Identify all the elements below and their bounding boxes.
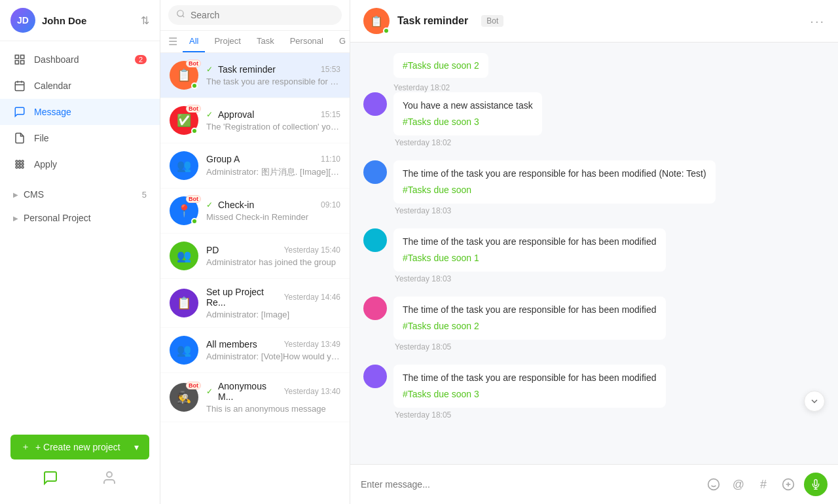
message-avatar xyxy=(363,365,387,388)
chat-search xyxy=(160,0,350,31)
sidebar-item-file[interactable]: File xyxy=(0,125,160,151)
chat-list: ☰ All Project Task Personal G 📋 Bot ✓Tas… xyxy=(160,0,350,504)
chat-preview: Missed Check-in Reminder xyxy=(206,212,340,222)
chat-header-row: ✓Approval 15:15 xyxy=(206,109,340,120)
message-time: Yesterday 18:05 xyxy=(393,342,666,351)
search-icon xyxy=(176,9,185,21)
chat-name: PD xyxy=(206,245,219,255)
chat-time: 15:15 xyxy=(321,110,340,119)
mention-icon[interactable]: @ xyxy=(729,475,748,494)
plus-icon: ＋ xyxy=(21,441,30,453)
check-icon: ✓ xyxy=(206,200,213,209)
online-indicator xyxy=(383,27,390,34)
sidebar-item-message-label: Message xyxy=(34,107,147,117)
chat-name: ✓Task reminder xyxy=(206,64,276,75)
chat-footer-icon[interactable] xyxy=(37,465,64,491)
hashtag-icon[interactable]: # xyxy=(754,475,773,494)
search-box[interactable] xyxy=(168,5,342,25)
chat-item[interactable]: ✅ Bot ✓Approval 15:15 The 'Registration … xyxy=(160,98,350,143)
more-options-icon[interactable]: ··· xyxy=(810,14,825,29)
chat-item[interactable]: 👥 PD Yesterday 15:40 Administrator has j… xyxy=(160,234,350,279)
sidebar-nav: Dashboard 2 Calendar Message File xyxy=(0,41,160,183)
svg-line-19 xyxy=(183,16,185,18)
chat-avatar: ✅ Bot xyxy=(170,106,198,135)
message-tag[interactable]: #Tasks due soon 1 xyxy=(403,251,657,265)
message-group: The time of the task you are responsible… xyxy=(363,297,825,354)
chat-info: ✓Anonymous M... Yesterday 13:40 This is … xyxy=(206,381,340,414)
message-tag[interactable]: #Tasks due soon 2 xyxy=(403,319,657,333)
chat-header-row: Group A 11:10 xyxy=(206,154,340,164)
message-top-partial: #Tasks due soon 2 Yesterday 18:02 xyxy=(363,53,825,92)
emoji-icon[interactable] xyxy=(704,475,723,494)
message-time: Yesterday 18:03 xyxy=(393,274,666,283)
sidebar-group-cms[interactable]: ▶ CMS 5 xyxy=(0,183,160,206)
message-tag[interactable]: #Tasks due soon xyxy=(403,183,706,197)
chat-preview: The task you are responsible for is ab..… xyxy=(206,77,340,86)
svg-point-13 xyxy=(22,164,24,166)
scroll-down-button[interactable] xyxy=(804,391,825,412)
chat-preview: Administrator: [Vote]How would you r... xyxy=(206,351,340,361)
message-tag[interactable]: #Tasks due soon 3 xyxy=(403,387,657,401)
tab-g[interactable]: G xyxy=(333,31,352,52)
message-group: You have a new assistance task #Tasks du… xyxy=(363,92,825,150)
online-dot xyxy=(191,128,198,134)
svg-point-12 xyxy=(19,164,21,166)
messages-container: #Tasks due soon 2 Yesterday 18:02 You ha… xyxy=(350,43,838,464)
sort-icon[interactable]: ⇅ xyxy=(141,14,149,27)
chat-name: ✓Anonymous M... xyxy=(206,381,284,402)
svg-rect-1 xyxy=(21,55,24,58)
sidebar-item-message[interactable]: Message xyxy=(0,99,160,125)
sidebar-item-calendar[interactable]: Calendar xyxy=(0,73,160,99)
tab-all[interactable]: All xyxy=(183,31,205,52)
sidebar: JD John Doe ⇅ Dashboard 2 Calendar Messa… xyxy=(0,0,160,504)
sidebar-item-dashboard[interactable]: Dashboard 2 xyxy=(0,46,160,73)
message-content: The time of the task you are responsible… xyxy=(393,160,716,215)
svg-point-11 xyxy=(16,164,18,166)
mic-button[interactable] xyxy=(804,473,828,496)
chat-item[interactable]: 📋 Set up Project Re... Yesterday 14:46 A… xyxy=(160,279,350,328)
message-time: Yesterday 18:03 xyxy=(393,206,716,215)
message-tag[interactable]: #Tasks due soon 3 xyxy=(403,115,533,129)
menu-icon[interactable]: ☰ xyxy=(168,35,177,48)
chat-title: Task reminder xyxy=(397,15,468,27)
message-row: The time of the task you are responsible… xyxy=(363,160,825,215)
tab-personal[interactable]: Personal xyxy=(283,31,330,52)
message-bubble: #Tasks due soon 2 xyxy=(393,53,488,78)
chat-item[interactable]: 👥 Group A 11:10 Administrator: 图片消息. [Im… xyxy=(160,143,350,189)
tab-project[interactable]: Project xyxy=(208,31,247,52)
apps-icon xyxy=(13,158,26,171)
sidebar-header: JD John Doe ⇅ xyxy=(0,0,160,41)
user-footer-icon[interactable] xyxy=(96,465,122,491)
svg-point-16 xyxy=(22,166,24,168)
svg-rect-3 xyxy=(21,61,24,64)
chat-header-avatar: 📋 xyxy=(363,8,390,34)
user-profile[interactable]: JD John Doe xyxy=(10,8,86,33)
avatar: JD xyxy=(10,8,35,33)
message-bubble: The time of the task you are responsible… xyxy=(393,365,666,408)
chat-time: 15:53 xyxy=(321,65,340,74)
message-text: The time of the task you are responsible… xyxy=(403,235,657,249)
message-bubble: The time of the task you are responsible… xyxy=(393,297,666,340)
message-group: The time of the task you are responsible… xyxy=(363,228,825,286)
chat-item[interactable]: 🕵 Bot ✓Anonymous M... Yesterday 13:40 Th… xyxy=(160,373,350,422)
chat-info: Group A 11:10 Administrator: 图片消息. [Imag… xyxy=(206,154,340,178)
message-content: You have a new assistance task #Tasks du… xyxy=(393,92,542,147)
chat-item[interactable]: 👥 All members Yesterday 13:49 Administra… xyxy=(160,328,350,373)
search-input[interactable] xyxy=(191,10,334,20)
chevron-down-icon: ▾ xyxy=(134,442,139,452)
message-input[interactable] xyxy=(361,479,697,490)
dashboard-badge: 2 xyxy=(135,55,147,64)
plus-icon[interactable] xyxy=(779,475,797,494)
sidebar-item-apply[interactable]: Apply xyxy=(0,151,160,177)
sidebar-group-personal-project[interactable]: ▶ Personal Project xyxy=(0,206,160,230)
cms-label: CMS xyxy=(24,189,137,200)
create-project-button[interactable]: ＋ + Create new project ▾ xyxy=(10,435,149,459)
online-dot xyxy=(191,218,198,225)
tab-task[interactable]: Task xyxy=(250,31,281,52)
chat-item[interactable]: 📋 Bot ✓Task reminder 15:53 The task you … xyxy=(160,53,350,98)
chat-item[interactable]: 📍 Bot ✓Check-in 09:10 Missed Check-in Re… xyxy=(160,189,350,234)
svg-point-17 xyxy=(107,472,112,477)
message-content: The time of the task you are responsible… xyxy=(393,297,666,351)
sidebar-footer-icons xyxy=(10,459,149,494)
sidebar-item-calendar-label: Calendar xyxy=(34,81,147,91)
